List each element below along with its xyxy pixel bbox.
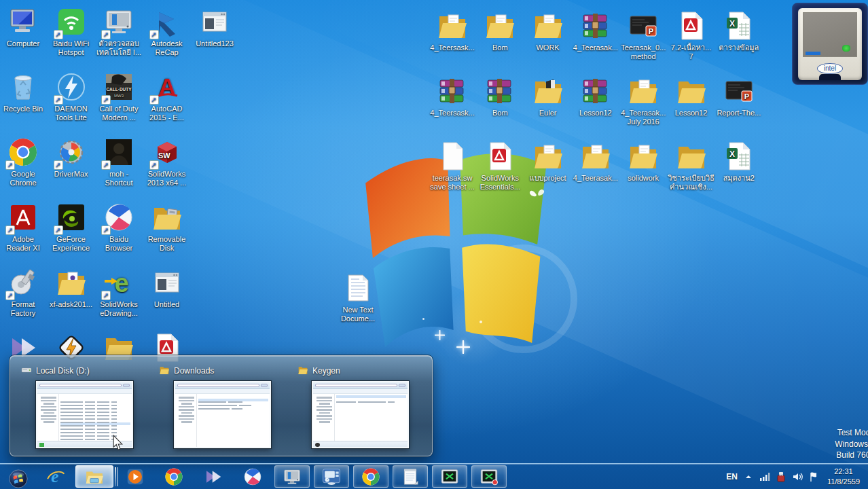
preview-title-local-disk-d: Local Disk (D:) (21, 365, 90, 377)
shortcut-arrow-icon: ➚ (149, 160, 159, 170)
autocad-icon: A➚ (151, 71, 183, 103)
cpu-gadget-notch (819, 74, 841, 80)
desktop-icon-untitled[interactable]: Untitled (138, 266, 196, 309)
kmplayer-icon (203, 467, 223, 487)
svg-text:e: e (51, 467, 58, 486)
preview-title-label: Keygen (312, 366, 340, 376)
capture-green-icon (439, 467, 460, 487)
mouse-cursor (113, 435, 124, 452)
taskbar-screen-capture[interactable] (432, 465, 467, 488)
ppt-icon: P (723, 75, 755, 107)
watermark-line: Windows 7 (835, 439, 868, 450)
folder-paper-icon (579, 140, 612, 173)
taskbar-monitor-app[interactable] (274, 465, 310, 488)
desktop-icon-item[interactable]: Xตารางข้อมูล (710, 10, 768, 52)
watermark-line: Build 7601 (835, 450, 868, 460)
taskbar-windows-explorer[interactable] (75, 465, 113, 488)
desktop-icon-new-text-docume[interactable]: New Text Docume... (329, 272, 387, 323)
svg-text:SW: SW (158, 151, 170, 160)
shortcut-arrow-icon: ➚ (54, 160, 63, 170)
cpu-gadget-strip (806, 52, 820, 55)
desktop-icon-autocad-2015-e[interactable]: A➚AutoCAD 2015 - E... (138, 71, 196, 122)
shortcut-arrow-icon: ➚ (149, 95, 159, 105)
folder-icon (675, 140, 708, 173)
pdf-file-icon (675, 10, 708, 42)
clock-time: 22:31 (827, 467, 860, 476)
explorer-icon (84, 467, 105, 487)
shortcut-arrow-icon: ➚ (54, 30, 63, 39)
chrome-icon (361, 467, 381, 487)
windows7-desktop: { "wallpaper": { "flag_colors": { "top_l… (0, 0, 868, 489)
desktop-icon-removable-disk[interactable]: Removable Disk (138, 201, 196, 253)
desktop-icon-label: SolidWorks 2013 x64 ... (138, 170, 196, 187)
tray-chevron-up-icon[interactable] (743, 471, 754, 482)
notepad-icon (400, 467, 420, 487)
desktop-icon-label: สมุดงาน2 (710, 174, 768, 183)
cod-icon: CALL·DUTYMW3➚ (103, 71, 135, 103)
language-indicator[interactable]: EN (726, 472, 738, 482)
system-tray: EN 22:31 11/8/2559 (726, 464, 868, 489)
desktop-icon-untitled123[interactable]: Untitled123 (185, 5, 244, 48)
tray-usb-plug-icon[interactable] (776, 471, 786, 482)
shortcut-arrow-icon: ➚ (5, 225, 15, 235)
removable-disk-icon (151, 201, 183, 234)
taskbar-internet-explorer[interactable]: e (41, 465, 71, 488)
geforce-icon: ➚ (55, 201, 88, 234)
svg-text:CALL·DUTY: CALL·DUTY (106, 87, 132, 92)
preview-title-keygen: Keygen (297, 365, 340, 377)
tray-signal-icon[interactable] (759, 471, 770, 482)
taskbar-baidu-browser[interactable] (237, 465, 268, 488)
taskbar-chrome[interactable] (353, 465, 388, 488)
pdf-file-icon (484, 140, 516, 173)
window-shot-icon (151, 266, 183, 299)
taskbar-chrome-pinned[interactable] (158, 465, 189, 488)
clock-date: 11/8/2559 (827, 477, 860, 486)
svg-text:P: P (744, 92, 749, 101)
notepad-doc-icon (342, 272, 374, 304)
explorer-window-thumbnail (313, 382, 408, 447)
preview-thumbnail-downloads[interactable] (174, 381, 271, 448)
taskbar-start-button[interactable] (4, 465, 33, 488)
cpu-gadget[interactable]: intel (792, 3, 868, 85)
format-factory-icon: ➚ (7, 266, 39, 299)
preview-title-label: Downloads (174, 366, 214, 376)
taskbar-notepad[interactable] (393, 465, 428, 488)
taskbar-kmplayer[interactable] (198, 465, 229, 488)
svg-text:MW3: MW3 (114, 94, 124, 98)
cpu-gadget-led (842, 45, 850, 52)
preview-title-label: Local Disk (D:) (36, 366, 90, 376)
shortcut-arrow-icon: ➚ (54, 225, 63, 235)
folder-paper-icon (627, 140, 659, 173)
window-shot-icon (198, 5, 231, 38)
app-monitor-icon: ➚ (103, 5, 135, 38)
potplayer-icon (125, 467, 145, 487)
desktop-icon-2[interactable]: Xสมุดงาน2 (710, 140, 768, 183)
white-doc-icon (436, 140, 469, 173)
moh-icon: ➚ (103, 136, 135, 168)
test-mode-watermark: Test ModeWindows 7Build 7601 (835, 427, 868, 460)
desktop-icon-report-the[interactable]: PReport-The... (710, 75, 768, 117)
start-icon (8, 467, 29, 487)
taskbar-screen-capture-recording[interactable] (471, 465, 507, 488)
cpu-gadget-plate: intel (798, 8, 862, 80)
shortcut-arrow-icon: ➚ (5, 160, 15, 170)
watermark-line: Test Mode (835, 427, 868, 438)
desktop-icon-solidworks-2013-x64[interactable]: SW➚SolidWorks 2013 x64 ... (138, 136, 196, 187)
intel-logo: intel (817, 63, 843, 74)
computer-icon (7, 5, 39, 38)
shortcut-arrow-icon: ➚ (101, 160, 111, 170)
sparkle (456, 340, 470, 354)
taskbar-media-player[interactable] (120, 465, 151, 488)
taskbar-clock[interactable]: 22:31 11/8/2559 (825, 467, 863, 486)
folder-paper-icon (627, 75, 659, 107)
rar-icon (484, 75, 516, 107)
butterfly (529, 188, 545, 202)
folder-open-icon (532, 75, 564, 107)
folder-paper-icon (436, 10, 469, 42)
tray-volume-icon[interactable] (792, 471, 803, 482)
tray-action-flag-icon[interactable] (808, 471, 819, 482)
preview-thumbnail-keygen[interactable] (312, 381, 409, 448)
taskbar-display-app[interactable] (314, 465, 349, 488)
desktop-icon-label: Report-The... (710, 109, 768, 117)
excel-icon: X (723, 140, 755, 173)
